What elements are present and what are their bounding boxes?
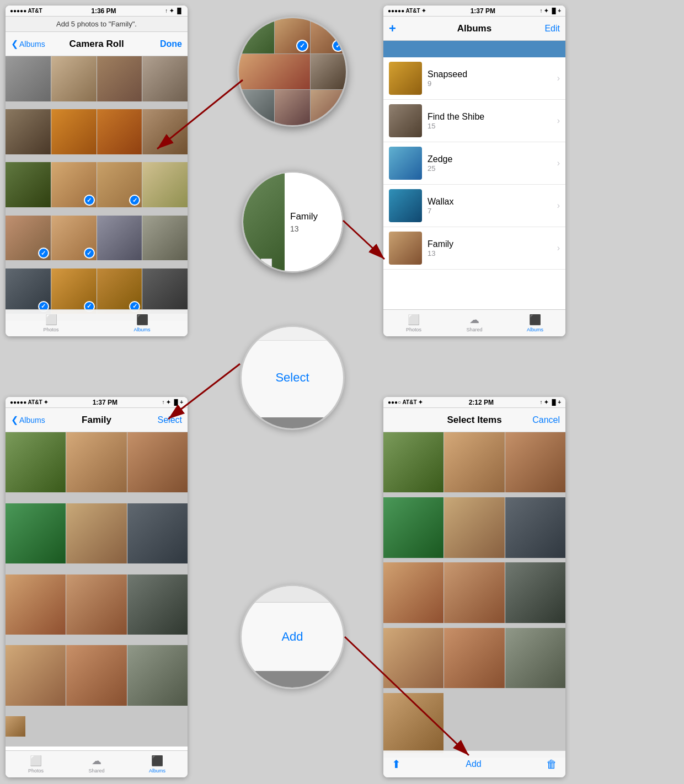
photo-cell[interactable] [505,497,565,557]
photo-grid-1 [6,56,188,321]
photo-cell[interactable] [142,216,188,261]
album-thumb-zedge [389,147,422,180]
photo-cell[interactable] [6,56,51,101]
nav-bar-1: ❮ Albums Camera Roll Done [6,32,188,56]
tab-albums-1[interactable]: ⬛ Albums [97,314,188,332]
photo-cell[interactable] [127,645,188,705]
select-button[interactable]: Select [158,415,182,425]
nav-title-3: Family [82,415,111,426]
nav-title-1: Camera Roll [69,39,124,50]
photo-cell[interactable] [383,693,443,753]
screen3-family-album: ●●●●● AT&T ✦ 1:37 PM ↑ ✦ ▐▌+ ❮ Albums Fa… [6,397,188,777]
photo-cell[interactable] [6,432,66,492]
photo-cell[interactable] [51,269,97,314]
tab-albums-3[interactable]: ⬛ Albums [127,755,188,774]
tab-shared-2[interactable]: ☁ Shared [444,314,505,332]
check-badge [38,248,49,259]
photo-cell[interactable] [66,574,126,635]
circle-bottom-strip-add [242,671,343,688]
photo-cell[interactable] [505,432,565,492]
album-item-snapseed[interactable]: Snapseed 9 › [383,57,565,100]
delete-icon[interactable]: 🗑 [546,758,557,771]
photo-cell[interactable] [97,162,142,207]
photo-cell[interactable] [51,216,97,261]
nav-title-4: Select Items [447,415,501,426]
photo-cell[interactable] [444,628,504,688]
photo-cell[interactable] [142,56,188,101]
tab-albums-2[interactable]: ⬛ Albums [505,314,565,332]
photo-cell[interactable] [66,645,126,705]
add-button-bottom[interactable]: Add [466,759,481,769]
photo-cell[interactable] [444,497,504,557]
photo-cell[interactable] [6,716,25,736]
status-bar-1: ●●●●● AT&T 1:36 PM ↑ ✦ ▐▌ [6,6,188,17]
photo-cell[interactable] [444,432,504,492]
family-album-thumb-inner [243,173,285,271]
album-info-wallax: Wallax 7 [428,197,552,215]
photo-cell[interactable] [51,56,97,101]
photo-cell[interactable] [6,162,51,207]
magnifier-photo-grid: ✓ ✓ [239,18,346,125]
photo-cell[interactable] [97,109,142,154]
photo-cell[interactable] [6,216,51,261]
photo-cell[interactable] [142,269,188,314]
albums-back-button-3[interactable]: ❮ Albums [11,415,45,425]
edit-button[interactable]: Edit [544,24,560,34]
photo-cell[interactable] [66,503,126,563]
album-item-shibe[interactable]: Find the Shibe 15 › [383,100,565,142]
chevron-icon: › [557,158,560,168]
tab-photos-3[interactable]: ⬜ Photos [6,755,66,774]
photo-cell[interactable] [66,432,126,492]
add-album-button[interactable]: + [389,22,396,36]
family-name-label: Family [290,211,336,222]
photo-cell[interactable] [6,574,66,635]
photo-cell[interactable] [505,628,565,688]
photo-cell[interactable] [505,562,565,622]
photo-cell[interactable] [51,162,97,207]
chevron-icon: › [557,116,560,126]
nav-title-2: Albums [457,23,491,34]
photo-cell[interactable] [6,645,66,705]
photo-cell[interactable] [51,109,97,154]
photo-cell[interactable] [383,562,443,622]
photo-cell[interactable] [383,432,443,492]
tab-shared-3[interactable]: ☁ Shared [66,755,127,774]
photo-cell[interactable] [6,109,51,154]
photo-cell[interactable] [142,109,188,154]
photo-cell[interactable] [97,56,142,101]
share-icon[interactable]: ⬆ [392,758,401,771]
album-item-zedge[interactable]: Zedge 25 › [383,142,565,185]
cancel-button[interactable]: Cancel [532,415,560,425]
tab-photos-2[interactable]: ⬜ Photos [383,314,444,332]
photo-cell[interactable] [383,628,443,688]
photo-cell[interactable] [6,503,66,563]
album-info-zedge: Zedge 25 [428,154,552,173]
magnifier-top: ✓ ✓ [237,17,348,127]
bottom-action-bar: ⬆ Add 🗑 [383,750,565,777]
albums-icon: ⬛ [151,755,163,767]
magnifier-add: Add [240,584,345,689]
album-item-wallax[interactable]: Wallax 7 › [383,185,565,227]
photo-cell[interactable] [383,497,443,557]
photo-cell[interactable] [444,562,504,622]
photo-cell[interactable] [97,269,142,314]
icons-1: ↑ ✦ ▐▌ [165,8,183,14]
album-info-shibe: Find the Shibe 15 [428,112,552,130]
photo-cell[interactable] [142,162,188,207]
album-item-family[interactable]: Family 13 › [383,227,565,270]
tab-bar-2: ⬜ Photos ☁ Shared ⬛ Albums [383,309,565,336]
family-info-inner: Family 13 [285,211,342,233]
photo-cell[interactable] [97,216,142,261]
albums-back-button[interactable]: ❮ Albums [11,39,45,49]
check-badge [84,248,95,259]
done-button[interactable]: Done [160,39,182,49]
tab-photos-1[interactable]: ⬜ Photos [6,314,97,332]
nav-bar-2: + Albums Edit [383,17,565,41]
time-1: 1:36 PM [91,7,116,15]
screen2-albums: ●●●●● AT&T ✦ 1:37 PM ↑ ✦ ▐▌+ + Albums Ed… [383,6,565,336]
time-2: 1:37 PM [471,7,495,15]
photo-cell[interactable] [127,503,188,563]
photo-cell[interactable] [127,432,188,492]
photo-cell[interactable] [127,574,188,635]
photo-cell[interactable] [6,269,51,314]
